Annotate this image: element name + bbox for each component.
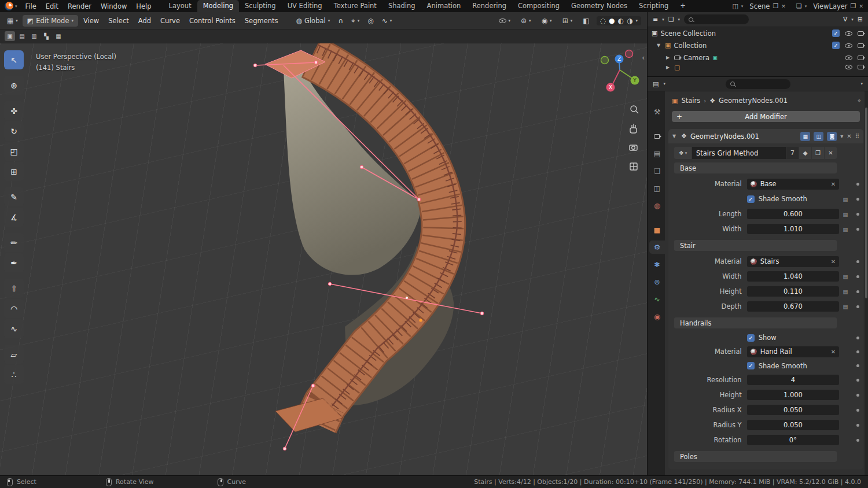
tab-scripting[interactable]: Scripting <box>633 0 674 12</box>
close-icon[interactable]: ✕ <box>847 133 851 139</box>
toggle-ortho-grid-icon[interactable] <box>630 163 637 170</box>
tool-extrude[interactable]: ⇧ <box>4 279 24 298</box>
tab-texture-paint[interactable]: Texture Paint <box>328 0 382 12</box>
camera-visibility-icon[interactable] <box>858 65 864 69</box>
animate-dot[interactable] <box>856 275 859 278</box>
animate-dot[interactable] <box>856 305 859 308</box>
gizmo-axis-neg-x[interactable] <box>626 50 633 58</box>
tab-material[interactable]: ◉ <box>649 310 665 323</box>
move-view-hand-icon[interactable] <box>630 124 637 133</box>
viewport-canvas[interactable]: Z Y X <box>0 43 647 475</box>
section-base[interactable]: Base <box>674 162 837 173</box>
tab-scene[interactable]: ◫ <box>649 182 665 195</box>
select-mode-new[interactable]: ▣ <box>5 31 15 41</box>
editor-type-button[interactable]: ▦▾ <box>3 15 21 27</box>
remove-viewlayer-icon[interactable]: ✕ <box>859 3 863 9</box>
tab-tool[interactable]: ⚒ <box>649 105 665 119</box>
tool-draw[interactable]: ✏ <box>4 233 24 252</box>
tab-uv-editing[interactable]: UV Editing <box>282 0 328 12</box>
select-mode-extend[interactable]: ▤ <box>17 31 27 41</box>
tab-compositing[interactable]: Compositing <box>512 0 565 12</box>
select-mode-subtract[interactable]: ▥ <box>29 31 39 41</box>
tab-sculpting[interactable]: Sculpting <box>239 0 282 12</box>
xray-toggle[interactable]: ◧ <box>579 15 593 27</box>
unlink-material-icon[interactable]: ✕ <box>831 258 836 265</box>
stair-material-selector[interactable]: Stairs ✕ <box>747 256 840 267</box>
shading-rendered-icon[interactable]: ◑ <box>627 17 632 24</box>
eye-icon[interactable] <box>845 65 852 69</box>
tab-rendering[interactable]: Rendering <box>466 0 512 12</box>
menu-curve[interactable]: Curve <box>156 14 184 27</box>
menu-file[interactable]: File <box>21 1 41 12</box>
pin-icon[interactable]: ⌖ <box>858 97 861 105</box>
navigation-gizmo[interactable]: Z Y X <box>601 50 639 92</box>
collapse-arrow-icon[interactable]: ▼ <box>672 134 678 139</box>
zoom-icon[interactable] <box>631 106 638 113</box>
select-mode-intersect[interactable]: ▦ <box>53 31 64 41</box>
animate-dot[interactable] <box>856 183 859 186</box>
menu-segments[interactable]: Segments <box>241 14 282 27</box>
menu-render[interactable]: Render <box>63 1 96 12</box>
handrails-radius-x-field[interactable]: 0.050 <box>747 405 840 415</box>
tool-measure[interactable]: ∡ <box>4 208 24 227</box>
new-scene-icon[interactable]: ❐ <box>773 2 778 10</box>
section-handrails[interactable]: Handrails <box>674 317 837 328</box>
collection-checkbox[interactable]: ✓ <box>832 42 840 49</box>
overlays-dropdown[interactable]: ◉▾ <box>538 15 556 27</box>
node-group-name-field[interactable]: Stairs Grid Method <box>692 147 786 159</box>
menu-control-points[interactable]: Control Points <box>185 14 240 27</box>
unlink-material-icon[interactable]: ✕ <box>831 349 836 355</box>
chevron-down-icon[interactable]: ▾ <box>860 82 863 86</box>
input-attribute-toggle-icon[interactable]: ▤ <box>839 273 852 280</box>
tool-curve-pen[interactable]: ✒ <box>4 253 24 272</box>
section-stair[interactable]: Stair <box>674 240 837 251</box>
animate-dot[interactable] <box>856 350 859 353</box>
menu-help[interactable]: Help <box>131 1 156 12</box>
mode-dropdown[interactable]: ◩ Edit Mode ▾ <box>23 15 78 27</box>
outliner-row-camera[interactable]: ▶ Camera ▣ <box>648 51 868 64</box>
tab-world[interactable]: ◍ <box>649 199 665 212</box>
camera-visibility-icon[interactable] <box>858 43 864 48</box>
properties-scrollbar[interactable] <box>865 91 868 475</box>
tab-object[interactable]: ■ <box>649 223 665 236</box>
handrails-material-selector[interactable]: Hand Rail ✕ <box>747 346 840 357</box>
tool-cursor[interactable]: ⊕ <box>4 76 24 95</box>
sidebar-toggle-icon[interactable]: ‹ <box>642 54 645 62</box>
menu-select[interactable]: Select <box>104 14 133 27</box>
menu-view[interactable]: View <box>79 14 103 27</box>
blender-logo-icon[interactable] <box>5 2 13 10</box>
tab-particles[interactable]: ✱ <box>649 258 665 271</box>
animate-dot[interactable] <box>856 198 859 201</box>
browse-node-group-button[interactable]: ❖▾ <box>674 147 692 159</box>
shade-smooth-checkbox[interactable]: ✓ <box>747 362 755 369</box>
tool-transform[interactable]: ⊞ <box>4 162 24 181</box>
add-modifier-button[interactable]: + Add Modifier <box>672 111 860 122</box>
camera-visibility-icon[interactable] <box>858 31 864 36</box>
duplicate-node-group-icon[interactable]: ❐ <box>812 147 824 159</box>
unlink-scene-icon[interactable]: ✕ <box>781 3 786 9</box>
base-material-selector[interactable]: Base ✕ <box>747 179 840 190</box>
shading-material-icon[interactable]: ◐ <box>618 17 624 24</box>
chevron-down-icon[interactable]: ▾ <box>678 17 681 22</box>
properties-search-input[interactable] <box>726 79 790 89</box>
chevron-down-icon[interactable]: ▾ <box>663 82 665 86</box>
animate-dot[interactable] <box>856 424 859 427</box>
eye-icon[interactable] <box>845 31 852 36</box>
tool-scale[interactable]: ◰ <box>4 142 24 161</box>
base-length-field[interactable]: 0.600 <box>747 209 840 219</box>
stair-width-field[interactable]: 1.040 <box>747 271 840 282</box>
snap-settings-dropdown[interactable]: ⌖▾ <box>348 15 363 27</box>
display-render-toggle[interactable]: ◙ <box>827 132 837 141</box>
handrails-height-field[interactable]: 1.000 <box>747 390 840 400</box>
tool-select-box[interactable]: ↖ <box>4 50 24 69</box>
shading-options-icon[interactable]: ▾ <box>635 19 638 23</box>
outliner-display-mode-icon[interactable]: ❏ <box>668 16 674 23</box>
proportional-editing-toggle[interactable]: ◎ <box>364 15 377 27</box>
tab-modeling[interactable]: Modeling <box>197 0 239 12</box>
unlink-node-group-icon[interactable]: ✕ <box>825 147 837 159</box>
handrails-rotation-field[interactable]: 0° <box>747 435 840 445</box>
viewlayer-name[interactable]: ViewLayer <box>813 2 847 10</box>
new-viewlayer-icon[interactable]: ❐ <box>851 2 856 10</box>
viewlayer-browse-icon[interactable]: ▾ <box>805 4 807 9</box>
add-workspace-button[interactable]: + <box>674 0 692 12</box>
